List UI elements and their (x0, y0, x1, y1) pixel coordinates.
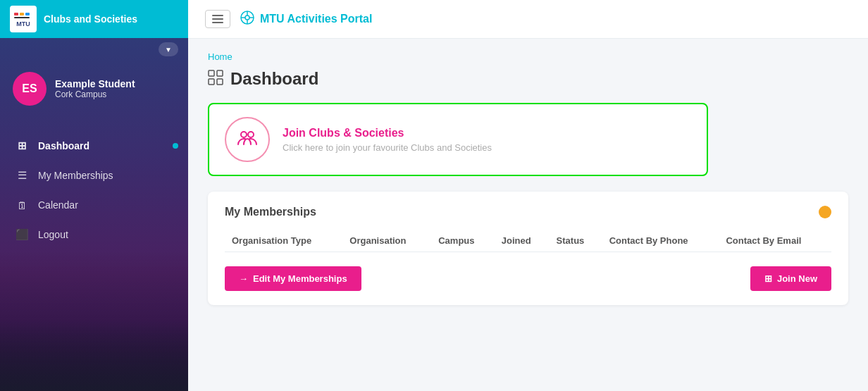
svg-rect-15 (217, 79, 223, 85)
page-title: Dashboard (230, 69, 318, 89)
svg-point-17 (248, 132, 254, 137)
col-organisation-type: Organisation Type (225, 230, 342, 252)
sidebar-nav: ⊞ Dashboard ☰ My Memberships 🗓 Calendar … (0, 117, 188, 391)
user-name: Example Student (55, 78, 135, 89)
memberships-card-header: My Memberships (225, 206, 831, 218)
col-status: Status (550, 230, 602, 252)
join-new-button[interactable]: ⊞ Join New (750, 266, 831, 291)
col-joined: Joined (495, 230, 550, 252)
sidebar-item-logout[interactable]: ⬛ Logout (0, 220, 188, 249)
col-campus: Campus (431, 230, 495, 252)
svg-point-16 (241, 132, 247, 137)
user-profile: ES Example Student Cork Campus (0, 61, 188, 117)
hamburger-line (212, 18, 223, 20)
join-card-content: Join Clubs & Societies Click here to joi… (283, 127, 492, 153)
calendar-icon: 🗓 (16, 199, 28, 211)
svg-rect-14 (209, 79, 214, 85)
sidebar-header: MTU Clubs and Societies (0, 0, 188, 38)
memberships-card: My Memberships Organisation Type Organis… (208, 192, 848, 305)
memberships-icon: ☰ (16, 169, 28, 182)
svg-rect-1 (14, 13, 18, 15)
sidebar-item-label: Dashboard (38, 140, 89, 151)
sidebar-item-label: Logout (38, 229, 68, 240)
col-contact-phone: Contact By Phone (602, 230, 719, 252)
hamburger-button[interactable] (205, 10, 230, 28)
join-card-subtitle: Click here to join your favourite Clubs … (283, 142, 492, 153)
svg-rect-3 (25, 13, 30, 15)
hamburger-line (212, 15, 223, 16)
breadcrumb[interactable]: Home (208, 51, 848, 62)
svg-point-7 (245, 15, 249, 20)
sidebar-title: Clubs and Societies (44, 13, 137, 25)
sidebar-item-label: My Memberships (38, 170, 113, 181)
table-header-row: Organisation Type Organisation Campus Jo… (225, 230, 831, 252)
user-info: Example Student Cork Campus (55, 78, 135, 99)
activities-icon (240, 11, 254, 28)
sidebar-item-label: Calendar (38, 199, 78, 211)
join-clubs-icon (235, 125, 260, 155)
dashboard-title-icon (208, 70, 223, 89)
svg-rect-2 (20, 13, 24, 15)
mtu-logo: MTU (10, 6, 37, 32)
svg-text:MTU: MTU (16, 20, 30, 27)
user-campus: Cork Campus (55, 89, 135, 99)
col-contact-email: Contact By Email (719, 230, 831, 252)
sidebar-item-calendar[interactable]: 🗓 Calendar (0, 190, 188, 220)
hamburger-line (212, 22, 223, 23)
sidebar-item-my-memberships[interactable]: ☰ My Memberships (0, 161, 188, 190)
join-card-title: Join Clubs & Societies (283, 127, 492, 139)
sidebar-item-dashboard[interactable]: ⊞ Dashboard (0, 131, 188, 161)
status-indicator (819, 206, 831, 218)
page-content: Home Dashboard (188, 39, 868, 391)
memberships-table: Organisation Type Organisation Campus Jo… (225, 230, 831, 252)
svg-rect-13 (217, 70, 223, 76)
sidebar: MTU Clubs and Societies ▼ ES Example Stu… (0, 0, 188, 391)
join-new-icon: ⊞ (764, 273, 772, 284)
join-clubs-card[interactable]: Join Clubs & Societies Click here to joi… (208, 103, 708, 176)
svg-rect-12 (209, 70, 214, 76)
svg-rect-4 (14, 17, 30, 18)
memberships-card-footer: → Edit My Memberships ⊞ Join New (225, 266, 831, 291)
edit-icon: → (239, 273, 248, 284)
col-organisation: Organisation (342, 230, 431, 252)
portal-title-container: MTU Activities Portal (240, 11, 372, 28)
edit-memberships-button[interactable]: → Edit My Memberships (225, 266, 361, 291)
collapse-button[interactable]: ▼ (159, 42, 178, 56)
dashboard-icon: ⊞ (16, 139, 28, 152)
page-title-container: Dashboard (208, 69, 848, 89)
logout-icon: ⬛ (16, 228, 28, 241)
top-header: MTU Activities Portal (188, 0, 868, 39)
sidebar-collapse-area: ▼ (0, 38, 188, 61)
memberships-card-title: My Memberships (225, 206, 316, 218)
join-card-icon-wrap (225, 117, 270, 162)
avatar: ES (13, 72, 46, 106)
main-content: MTU Activities Portal Home Dashboard (188, 0, 868, 391)
portal-title-text: MTU Activities Portal (260, 13, 372, 25)
